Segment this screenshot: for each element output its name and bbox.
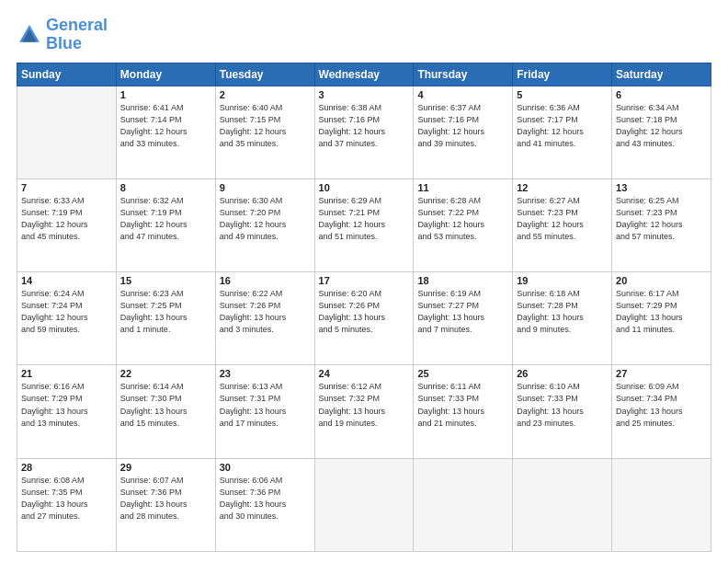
- day-info: Sunrise: 6:19 AMSunset: 7:27 PMDaylight:…: [417, 288, 508, 336]
- calendar-day: 2Sunrise: 6:40 AMSunset: 7:15 PMDaylight…: [215, 86, 314, 178]
- calendar-day: 28Sunrise: 6:08 AMSunset: 7:35 PMDayligh…: [17, 458, 117, 551]
- day-info: Sunrise: 6:12 AMSunset: 7:32 PMDaylight:…: [319, 381, 410, 429]
- day-info: Sunrise: 6:41 AMSunset: 7:14 PMDaylight:…: [120, 102, 211, 150]
- day-number: 18: [417, 275, 508, 286]
- day-number: 11: [417, 182, 508, 193]
- day-info: Sunrise: 6:40 AMSunset: 7:15 PMDaylight:…: [220, 102, 311, 150]
- day-info: Sunrise: 6:17 AMSunset: 7:29 PMDaylight:…: [616, 288, 707, 336]
- day-info: Sunrise: 6:10 AMSunset: 7:33 PMDaylight:…: [517, 381, 608, 429]
- calendar-week-2: 7Sunrise: 6:33 AMSunset: 7:19 PMDaylight…: [17, 178, 711, 271]
- calendar-day: 26Sunrise: 6:10 AMSunset: 7:33 PMDayligh…: [513, 365, 612, 458]
- calendar-day: 24Sunrise: 6:12 AMSunset: 7:32 PMDayligh…: [314, 365, 414, 458]
- day-info: Sunrise: 6:27 AMSunset: 7:23 PMDaylight:…: [517, 195, 608, 243]
- calendar-day: 8Sunrise: 6:32 AMSunset: 7:19 PMDaylight…: [116, 178, 215, 271]
- weekday-header-row: SundayMondayTuesdayWednesdayThursdayFrid…: [17, 63, 711, 86]
- day-number: 20: [616, 275, 707, 286]
- day-info: Sunrise: 6:37 AMSunset: 7:16 PMDaylight:…: [417, 102, 508, 150]
- weekday-header-wednesday: Wednesday: [314, 63, 414, 86]
- day-number: 6: [616, 89, 707, 100]
- day-info: Sunrise: 6:29 AMSunset: 7:21 PMDaylight:…: [319, 195, 410, 243]
- calendar-day: 5Sunrise: 6:36 AMSunset: 7:17 PMDaylight…: [513, 86, 612, 178]
- day-info: Sunrise: 6:34 AMSunset: 7:18 PMDaylight:…: [616, 102, 707, 150]
- calendar-day: 9Sunrise: 6:30 AMSunset: 7:20 PMDaylight…: [215, 178, 314, 271]
- day-info: Sunrise: 6:20 AMSunset: 7:26 PMDaylight:…: [319, 288, 410, 336]
- calendar-day: 15Sunrise: 6:23 AMSunset: 7:25 PMDayligh…: [116, 272, 215, 365]
- calendar-week-1: 1Sunrise: 6:41 AMSunset: 7:14 PMDaylight…: [17, 86, 711, 178]
- weekday-header-saturday: Saturday: [612, 63, 711, 86]
- calendar-day: 21Sunrise: 6:16 AMSunset: 7:29 PMDayligh…: [17, 365, 117, 458]
- day-number: 26: [517, 368, 608, 379]
- logo: General Blue: [17, 17, 108, 53]
- day-info: Sunrise: 6:36 AMSunset: 7:17 PMDaylight:…: [517, 102, 608, 150]
- day-number: 22: [120, 368, 211, 379]
- day-number: 13: [616, 182, 707, 193]
- day-info: Sunrise: 6:23 AMSunset: 7:25 PMDaylight:…: [120, 288, 211, 336]
- calendar-day: 6Sunrise: 6:34 AMSunset: 7:18 PMDaylight…: [612, 86, 711, 178]
- day-number: 25: [417, 368, 508, 379]
- day-number: 14: [21, 275, 112, 286]
- day-info: Sunrise: 6:07 AMSunset: 7:36 PMDaylight:…: [120, 475, 211, 523]
- calendar-day: 11Sunrise: 6:28 AMSunset: 7:22 PMDayligh…: [414, 178, 513, 271]
- calendar-day: 19Sunrise: 6:18 AMSunset: 7:28 PMDayligh…: [513, 272, 612, 365]
- header: General Blue: [17, 17, 711, 53]
- calendar-day: [612, 458, 711, 551]
- calendar-day: 18Sunrise: 6:19 AMSunset: 7:27 PMDayligh…: [414, 272, 513, 365]
- day-info: Sunrise: 6:38 AMSunset: 7:16 PMDaylight:…: [319, 102, 410, 150]
- day-info: Sunrise: 6:25 AMSunset: 7:23 PMDaylight:…: [616, 195, 707, 243]
- weekday-header-monday: Monday: [116, 63, 215, 86]
- day-info: Sunrise: 6:24 AMSunset: 7:24 PMDaylight:…: [21, 288, 112, 336]
- day-number: 23: [220, 368, 311, 379]
- calendar-day: 12Sunrise: 6:27 AMSunset: 7:23 PMDayligh…: [513, 178, 612, 271]
- day-number: 28: [21, 462, 112, 473]
- calendar-day: [414, 458, 513, 551]
- logo-icon: [17, 22, 42, 48]
- day-number: 9: [220, 182, 311, 193]
- calendar-day: 27Sunrise: 6:09 AMSunset: 7:34 PMDayligh…: [612, 365, 711, 458]
- day-number: 12: [517, 182, 608, 193]
- day-info: Sunrise: 6:22 AMSunset: 7:26 PMDaylight:…: [220, 288, 311, 336]
- calendar-day: [314, 458, 414, 551]
- day-info: Sunrise: 6:06 AMSunset: 7:36 PMDaylight:…: [220, 475, 311, 523]
- day-number: 5: [517, 89, 608, 100]
- day-number: 29: [120, 462, 211, 473]
- weekday-header-thursday: Thursday: [414, 63, 513, 86]
- calendar-day: [513, 458, 612, 551]
- day-number: 2: [220, 89, 311, 100]
- calendar-day: 16Sunrise: 6:22 AMSunset: 7:26 PMDayligh…: [215, 272, 314, 365]
- day-number: 17: [319, 275, 410, 286]
- calendar-day: 7Sunrise: 6:33 AMSunset: 7:19 PMDaylight…: [17, 178, 117, 271]
- day-number: 4: [417, 89, 508, 100]
- calendar-day: 10Sunrise: 6:29 AMSunset: 7:21 PMDayligh…: [314, 178, 414, 271]
- day-info: Sunrise: 6:14 AMSunset: 7:30 PMDaylight:…: [120, 381, 211, 429]
- calendar-day: 3Sunrise: 6:38 AMSunset: 7:16 PMDaylight…: [314, 86, 414, 178]
- day-number: 21: [21, 368, 112, 379]
- calendar-day: 29Sunrise: 6:07 AMSunset: 7:36 PMDayligh…: [116, 458, 215, 551]
- calendar-table: SundayMondayTuesdayWednesdayThursdayFrid…: [17, 63, 711, 552]
- calendar-day: 1Sunrise: 6:41 AMSunset: 7:14 PMDaylight…: [116, 86, 215, 178]
- day-info: Sunrise: 6:13 AMSunset: 7:31 PMDaylight:…: [220, 381, 311, 429]
- calendar-day: 13Sunrise: 6:25 AMSunset: 7:23 PMDayligh…: [612, 178, 711, 271]
- day-info: Sunrise: 6:09 AMSunset: 7:34 PMDaylight:…: [616, 381, 707, 429]
- day-number: 15: [120, 275, 211, 286]
- day-number: 8: [120, 182, 211, 193]
- day-info: Sunrise: 6:30 AMSunset: 7:20 PMDaylight:…: [220, 195, 311, 243]
- day-number: 16: [220, 275, 311, 286]
- weekday-header-sunday: Sunday: [17, 63, 117, 86]
- calendar-day: 20Sunrise: 6:17 AMSunset: 7:29 PMDayligh…: [612, 272, 711, 365]
- calendar-day: [17, 86, 117, 178]
- day-info: Sunrise: 6:33 AMSunset: 7:19 PMDaylight:…: [21, 195, 112, 243]
- day-info: Sunrise: 6:11 AMSunset: 7:33 PMDaylight:…: [417, 381, 508, 429]
- weekday-header-friday: Friday: [513, 63, 612, 86]
- calendar-week-3: 14Sunrise: 6:24 AMSunset: 7:24 PMDayligh…: [17, 272, 711, 365]
- weekday-header-tuesday: Tuesday: [215, 63, 314, 86]
- day-number: 7: [21, 182, 112, 193]
- day-info: Sunrise: 6:08 AMSunset: 7:35 PMDaylight:…: [21, 475, 112, 523]
- calendar-day: 30Sunrise: 6:06 AMSunset: 7:36 PMDayligh…: [215, 458, 314, 551]
- logo-text: General Blue: [46, 17, 108, 53]
- day-info: Sunrise: 6:18 AMSunset: 7:28 PMDaylight:…: [517, 288, 608, 336]
- calendar-day: 17Sunrise: 6:20 AMSunset: 7:26 PMDayligh…: [314, 272, 414, 365]
- calendar-week-4: 21Sunrise: 6:16 AMSunset: 7:29 PMDayligh…: [17, 365, 711, 458]
- calendar-day: 4Sunrise: 6:37 AMSunset: 7:16 PMDaylight…: [414, 86, 513, 178]
- day-info: Sunrise: 6:28 AMSunset: 7:22 PMDaylight:…: [417, 195, 508, 243]
- calendar-day: 25Sunrise: 6:11 AMSunset: 7:33 PMDayligh…: [414, 365, 513, 458]
